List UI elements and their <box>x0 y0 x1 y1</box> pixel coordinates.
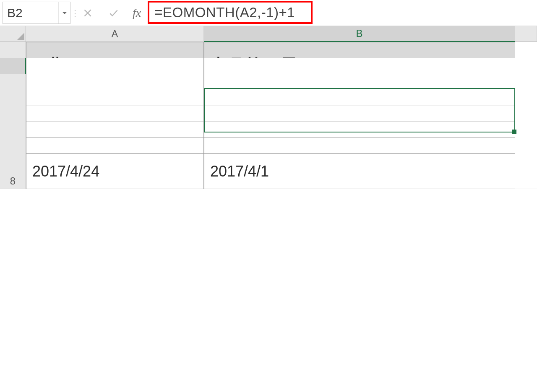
column-header-B[interactable]: B <box>204 26 515 42</box>
insert-function-button[interactable]: fx <box>133 6 145 20</box>
formula-bar-filler <box>313 0 537 26</box>
select-all-corner[interactable] <box>0 26 26 42</box>
spreadsheet: A B 1 日期 当月第一天 2 2006/2/18 2006/2/1 3 20… <box>0 26 537 169</box>
check-icon <box>108 8 119 18</box>
divider: ⋮ <box>70 0 80 26</box>
column-header-C[interactable] <box>515 26 537 42</box>
x-icon <box>82 8 93 18</box>
cell-C8[interactable] <box>515 153 537 189</box>
formula-bar-buttons: fx <box>80 0 148 26</box>
cell-B8[interactable]: 2017/4/1 <box>204 153 515 189</box>
name-box-value: B2 <box>3 6 58 20</box>
formula-input[interactable]: =EOMONTH(A2,-1)+1 <box>148 1 313 24</box>
row-header-8[interactable]: 8 <box>0 153 26 189</box>
enter-button[interactable] <box>107 6 121 20</box>
column-header-A[interactable]: A <box>26 26 204 42</box>
formula-text: =EOMONTH(A2,-1)+1 <box>154 5 295 21</box>
name-box[interactable]: B2 <box>3 2 70 24</box>
formula-bar: B2 ⋮ fx =EOMONTH(A2,-1)+1 <box>0 0 537 26</box>
cancel-button[interactable] <box>81 6 95 20</box>
chevron-down-icon <box>62 10 68 16</box>
name-box-dropdown[interactable] <box>58 2 70 23</box>
cell-A8[interactable]: 2017/4/24 <box>26 153 204 189</box>
